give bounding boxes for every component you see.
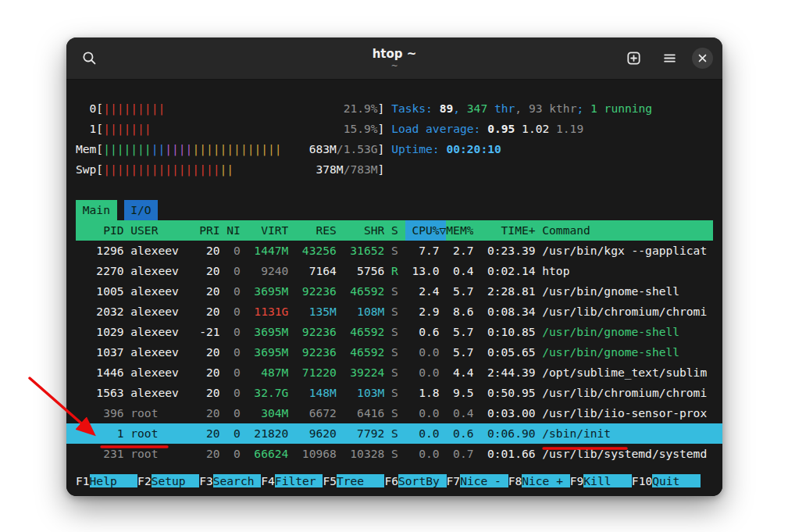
column-header-pid[interactable]: PID bbox=[76, 220, 124, 241]
sort-indicator: ▽ bbox=[440, 220, 447, 241]
fkey-sortby[interactable]: F6SortBy bbox=[384, 471, 446, 491]
close-button[interactable] bbox=[692, 48, 713, 69]
search-icon bbox=[82, 51, 97, 66]
column-header-user[interactable]: USER bbox=[130, 220, 192, 241]
new-tab-icon bbox=[626, 51, 641, 66]
fkey-number: F8 bbox=[508, 474, 522, 487]
fkey-label: Nice + bbox=[522, 474, 570, 487]
meter-value: 683M/1.53G bbox=[309, 139, 378, 159]
meter-value: 21.9% bbox=[344, 98, 378, 119]
meter-value: 378M/783M bbox=[316, 159, 377, 180]
process-row-1[interactable]: 1 root 20 0 21820 9620 7792 S 0.0 0.6 0:… bbox=[66, 423, 722, 444]
fkey-number: F6 bbox=[384, 474, 398, 487]
column-header-virt[interactable]: VIRT bbox=[248, 220, 289, 241]
fkey-number: F10 bbox=[632, 474, 652, 487]
info-tasks: Tasks: 89, 347 thr, 93 kthr; 1 running bbox=[391, 98, 652, 119]
meter-label: Swp bbox=[76, 159, 96, 180]
meter-bars: |||||||||||||||||||||||||| bbox=[103, 139, 281, 159]
column-header-shr[interactable]: SHR bbox=[344, 220, 385, 241]
column-header-mem[interactable]: MEM% bbox=[446, 220, 473, 241]
fkey-number: F7 bbox=[447, 474, 461, 487]
search-button[interactable] bbox=[76, 45, 102, 72]
fkey-tree[interactable]: F5Tree bbox=[323, 471, 384, 491]
column-header-pri[interactable]: PRI bbox=[199, 220, 219, 241]
process-row-1005[interactable]: 1005 alexeev 20 0 3695M 92236 46592 S 2.… bbox=[76, 281, 713, 302]
fkey-label: Filter bbox=[275, 474, 323, 487]
column-header-time[interactable]: TIME+ bbox=[480, 220, 535, 241]
window-title-area: htop ~ ~ bbox=[373, 46, 417, 70]
fkey-number: F9 bbox=[570, 474, 584, 487]
meter-value: 15.9% bbox=[344, 119, 378, 139]
fkey-number: F3 bbox=[199, 474, 213, 487]
fkey-label: Search bbox=[213, 474, 262, 487]
meter-label: 1 bbox=[76, 119, 96, 139]
meter-bars: ||||||| bbox=[103, 119, 152, 139]
column-header-s[interactable]: S bbox=[391, 220, 398, 241]
process-row-231[interactable]: 231 root 20 0 66624 10968 10328 S 0.0 0.… bbox=[76, 444, 713, 464]
process-row-2032[interactable]: 2032 alexeev 20 0 1131G 135M 108M S 2.9 … bbox=[76, 302, 713, 322]
process-table: PID USER PRI NI VIRT RES SHR S CPU%▽MEM%… bbox=[76, 220, 713, 464]
function-key-bar: F1Help F2Setup F3Search F4Filter F5Tree … bbox=[76, 471, 713, 491]
hamburger-menu-icon bbox=[662, 51, 677, 66]
process-row-1563[interactable]: 1563 alexeev 20 0 32.7G 148M 103M S 1.8 … bbox=[76, 383, 713, 403]
new-tab-button[interactable] bbox=[620, 45, 647, 72]
fkey-quit[interactable]: F10Quit bbox=[632, 471, 701, 491]
fkey-filter[interactable]: F4Filter bbox=[261, 471, 323, 491]
screen-tabs: MainI/O bbox=[76, 200, 713, 220]
process-row-1037[interactable]: 1037 alexeev 20 0 3695M 92236 46592 S 0.… bbox=[76, 342, 713, 362]
meter-swp: Swp[|||||||||||||||||||378M/783M] bbox=[76, 159, 384, 180]
table-header-row: PID USER PRI NI VIRT RES SHR S CPU%▽MEM%… bbox=[76, 220, 713, 241]
info-load-average: Load average: 0.95 1.02 1.19 bbox=[391, 119, 652, 139]
column-header-command[interactable]: Command bbox=[542, 220, 590, 241]
titlebar-controls bbox=[620, 45, 713, 72]
fkey-help[interactable]: F1Help bbox=[76, 471, 137, 491]
process-row-1296[interactable]: 1296 alexeev 20 0 1447M 43256 31652 S 7.… bbox=[76, 241, 713, 261]
close-icon bbox=[697, 53, 708, 63]
fkey-number: F4 bbox=[261, 474, 275, 487]
console-window: htop ~ ~ bbox=[66, 37, 722, 496]
fkey-label: Quit bbox=[652, 474, 701, 487]
terminal: 0[|||||||||21.9%]1[|||||||15.9%]Mem[||||… bbox=[66, 80, 722, 496]
fkey-label: Help bbox=[90, 474, 138, 487]
meter-bars: ||||||||| bbox=[103, 98, 165, 119]
column-header-cpu[interactable]: CPU% bbox=[405, 220, 440, 241]
process-row-396[interactable]: 396 root 20 0 304M 6672 6416 S 0.0 0.4 0… bbox=[76, 403, 713, 423]
system-info: Tasks: 89, 347 thr, 93 kthr; 1 runningLo… bbox=[391, 98, 652, 180]
window-subtitle: ~ bbox=[373, 60, 417, 70]
fkey-label: Nice - bbox=[460, 474, 508, 487]
meter-bars: ||||||||||||||||||| bbox=[103, 159, 234, 180]
fkey-setup[interactable]: F2Setup bbox=[137, 471, 199, 491]
meter-label: 0 bbox=[76, 98, 96, 119]
meter-0: 0[|||||||||21.9%] bbox=[76, 98, 384, 119]
meter-1: 1[|||||||15.9%] bbox=[76, 119, 384, 139]
titlebar: htop ~ ~ bbox=[66, 37, 722, 80]
fkey-label: Kill bbox=[583, 474, 632, 487]
fkey-label: Tree bbox=[337, 474, 385, 487]
fkey-search[interactable]: F3Search bbox=[199, 471, 261, 491]
fkey-label: Setup bbox=[152, 474, 200, 487]
fkey-label: SortBy bbox=[398, 474, 447, 487]
process-row-2270[interactable]: 2270 alexeev 20 0 9240 7164 5756 R 13.0 … bbox=[76, 261, 713, 281]
menu-button[interactable] bbox=[656, 45, 683, 72]
fkey-number: F2 bbox=[137, 474, 152, 487]
process-row-1029[interactable]: 1029 alexeev -21 0 3695M 92236 46592 S 0… bbox=[76, 322, 713, 342]
fkey-nice--[interactable]: F7Nice - bbox=[447, 471, 508, 491]
meter-label: Mem bbox=[76, 139, 96, 159]
fkey-kill[interactable]: F9Kill bbox=[570, 471, 632, 491]
meter-mem: Mem[||||||||||||||||||||||||||683M/1.53G… bbox=[76, 139, 384, 159]
column-header-res[interactable]: RES bbox=[295, 220, 337, 241]
fkey-number: F5 bbox=[323, 474, 337, 487]
tab-io[interactable]: I/O bbox=[124, 200, 159, 220]
tab-main[interactable]: Main bbox=[76, 200, 117, 220]
blank-line bbox=[76, 180, 713, 200]
column-header-ni[interactable]: NI bbox=[226, 220, 241, 241]
header-meters-area: 0[|||||||||21.9%]1[|||||||15.9%]Mem[||||… bbox=[76, 98, 713, 180]
process-row-1446[interactable]: 1446 alexeev 20 0 487M 71220 39224 S 0.0… bbox=[76, 362, 713, 383]
fkey-number: F1 bbox=[76, 474, 90, 487]
fkey-nice-[interactable]: F8Nice + bbox=[508, 471, 570, 491]
meters: 0[|||||||||21.9%]1[|||||||15.9%]Mem[||||… bbox=[76, 98, 384, 180]
window-title: htop ~ bbox=[373, 46, 417, 60]
info-uptime: Uptime: 00:20:10 bbox=[391, 139, 652, 159]
